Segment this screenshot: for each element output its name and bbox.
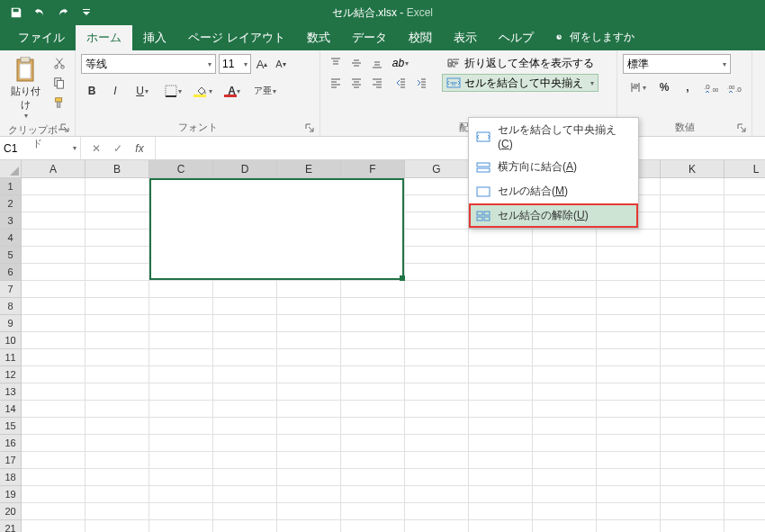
cell[interactable] (341, 469, 405, 486)
cell[interactable] (213, 349, 277, 366)
column-header[interactable]: A (22, 160, 86, 178)
save-icon[interactable] (5, 3, 27, 23)
cell[interactable] (724, 452, 765, 469)
cell[interactable] (405, 281, 469, 298)
cell[interactable] (533, 401, 597, 418)
cell[interactable] (469, 366, 533, 383)
cell[interactable] (86, 281, 149, 298)
cell[interactable] (277, 281, 341, 298)
cell[interactable] (86, 503, 149, 520)
underline-button[interactable]: U▾ (128, 81, 157, 101)
cell[interactable] (277, 520, 341, 532)
accounting-format-button[interactable]: ▾ (623, 77, 652, 97)
cell[interactable] (341, 383, 405, 401)
cell[interactable] (724, 332, 765, 349)
tab-ヘルプ[interactable]: ヘルプ (488, 24, 544, 50)
cell[interactable] (277, 418, 341, 435)
menu-merge-center[interactable]: セルを結合して中央揃え(C) (469, 118, 638, 155)
cell[interactable] (724, 178, 765, 195)
qat-customize-icon[interactable] (76, 3, 97, 23)
cell[interactable] (533, 281, 597, 298)
cell[interactable] (22, 383, 86, 401)
cell[interactable] (597, 401, 661, 418)
cell[interactable] (277, 315, 341, 332)
cell[interactable] (661, 520, 724, 532)
cell[interactable] (469, 503, 533, 520)
cell[interactable] (533, 315, 597, 332)
cell[interactable] (724, 247, 765, 264)
cell[interactable] (405, 195, 469, 212)
dialog-launcher-icon[interactable] (303, 122, 316, 134)
font-name-select[interactable]: 等线▾ (81, 54, 216, 74)
tab-ファイル[interactable]: ファイル (7, 24, 76, 50)
font-size-select[interactable]: 11▾ (219, 54, 251, 74)
cell[interactable] (149, 486, 213, 503)
cell[interactable] (533, 469, 597, 486)
cell[interactable] (405, 366, 469, 383)
cell[interactable] (469, 520, 533, 532)
menu-merge-cells[interactable]: セルの結合(M) (469, 179, 638, 203)
cell[interactable] (22, 435, 86, 452)
cell[interactable] (22, 520, 86, 532)
cell[interactable] (277, 452, 341, 469)
cell[interactable] (277, 332, 341, 349)
cell[interactable] (149, 418, 213, 435)
cell[interactable] (597, 349, 661, 366)
cell[interactable] (597, 247, 661, 264)
merged-selection[interactable] (149, 178, 404, 280)
cell[interactable] (469, 230, 533, 247)
cell[interactable] (661, 195, 724, 212)
cell[interactable] (213, 315, 277, 332)
cell[interactable] (86, 383, 149, 401)
cell[interactable] (597, 503, 661, 520)
cell[interactable] (149, 281, 213, 298)
percent-button[interactable]: % (653, 77, 675, 97)
cell[interactable] (341, 332, 405, 349)
cell[interactable] (86, 264, 149, 281)
select-all-corner[interactable] (0, 160, 22, 178)
cell[interactable] (405, 520, 469, 532)
increase-font-icon[interactable]: A▴ (254, 54, 270, 74)
fill-handle[interactable] (400, 275, 405, 281)
cell[interactable] (213, 383, 277, 401)
cell[interactable] (661, 264, 724, 281)
cell[interactable] (469, 401, 533, 418)
cell[interactable] (533, 486, 597, 503)
cell[interactable] (724, 298, 765, 315)
cell[interactable] (86, 332, 149, 349)
cell[interactable] (22, 418, 86, 435)
row-header[interactable]: 16 (0, 435, 22, 452)
cell[interactable] (661, 469, 724, 486)
cell[interactable] (277, 366, 341, 383)
cell[interactable] (86, 247, 149, 264)
paste-button[interactable]: 貼り付け ▾ (5, 54, 46, 122)
cell[interactable] (405, 298, 469, 315)
cell[interactable] (661, 247, 724, 264)
column-header[interactable]: E (277, 160, 341, 178)
row-header[interactable]: 15 (0, 418, 22, 435)
cell[interactable] (469, 452, 533, 469)
cell[interactable] (724, 212, 765, 230)
cell[interactable] (724, 401, 765, 418)
cell[interactable] (469, 486, 533, 503)
cell[interactable] (661, 418, 724, 435)
row-header[interactable]: 6 (0, 264, 22, 281)
row-header[interactable]: 17 (0, 452, 22, 469)
cell[interactable] (213, 503, 277, 520)
cell[interactable] (405, 247, 469, 264)
cell[interactable] (149, 332, 213, 349)
dialog-launcher-icon[interactable] (58, 122, 71, 134)
row-header[interactable]: 19 (0, 486, 22, 503)
cell[interactable] (724, 366, 765, 383)
cell[interactable] (22, 247, 86, 264)
row-header[interactable]: 8 (0, 298, 22, 315)
cell[interactable] (213, 520, 277, 532)
cell[interactable] (597, 281, 661, 298)
dialog-launcher-icon[interactable] (735, 122, 748, 134)
cell[interactable] (597, 469, 661, 486)
cell[interactable] (22, 212, 86, 230)
cell[interactable] (277, 401, 341, 418)
cell[interactable] (405, 435, 469, 452)
undo-icon[interactable] (29, 3, 50, 23)
align-top-icon[interactable] (326, 54, 346, 72)
